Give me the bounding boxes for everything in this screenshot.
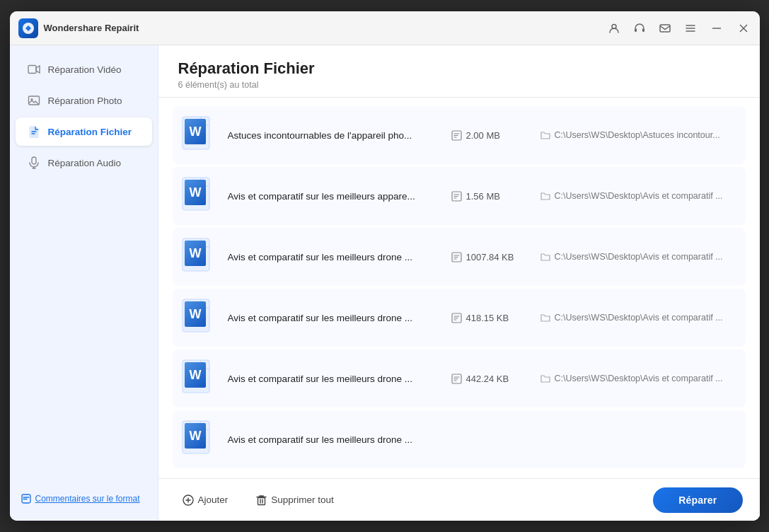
user-icon[interactable]: [607, 21, 621, 35]
folder-icon: [540, 191, 550, 201]
file-row[interactable]: W Avis et comparatif sur les meilleurs d…: [173, 228, 746, 286]
logo-icon: [18, 18, 38, 38]
file-doc-icon: W: [180, 419, 216, 460]
sidebar-item-video-label: Réparation Vidéo: [48, 64, 122, 75]
mail-icon[interactable]: [658, 21, 672, 35]
format-feedback-label: Commentaires sur le format: [35, 494, 140, 504]
file-doc-icon: W: [180, 358, 216, 399]
size-icon: [451, 252, 462, 262]
file-name: Avis et comparatif sur les meilleurs dro…: [228, 252, 440, 262]
bottom-bar: Ajouter Supprimer tout Réparer: [158, 478, 760, 521]
delete-all-button[interactable]: Supprimer tout: [249, 490, 341, 510]
file-size: 1007.84 KB: [451, 252, 529, 262]
svg-text:W: W: [189, 125, 201, 139]
svg-text:W: W: [189, 246, 201, 260]
main-area: Réparation Vidéo Réparation Photo Répara…: [10, 45, 760, 521]
sidebar-item-audio[interactable]: Réparation Audio: [16, 149, 152, 177]
folder-icon: [540, 313, 550, 323]
folder-icon: [540, 252, 550, 262]
file-doc-icon: W: [180, 175, 216, 216]
file-doc-icon: W: [180, 236, 216, 277]
file-path: C:\Users\WS\Desktop\Avis et comparatif .…: [540, 313, 739, 323]
file-name: Avis et comparatif sur les meilleurs dro…: [228, 434, 649, 445]
svg-rect-8: [32, 157, 36, 164]
file-row[interactable]: W Astuces incontournables de l'appareil …: [173, 106, 746, 164]
file-row[interactable]: W Avis et comparatif sur les meilleurs d…: [173, 289, 746, 347]
size-icon: [451, 313, 462, 323]
svg-text:W: W: [189, 368, 201, 382]
delete-label: Supprimer tout: [271, 495, 334, 505]
headset-icon[interactable]: [632, 21, 647, 35]
sidebar-item-fichier-label: Réparation Fichier: [48, 127, 132, 137]
app-name: Wondershare Repairit: [44, 23, 139, 33]
file-name: Avis et comparatif sur les meilleurs dro…: [228, 313, 440, 323]
svg-rect-3: [642, 28, 644, 32]
folder-icon: [540, 374, 550, 383]
file-path: C:\Users\WS\Desktop\Avis et comparatif .…: [540, 252, 739, 262]
file-size: 2.00 MB: [451, 130, 529, 141]
title-bar-actions: [607, 21, 751, 36]
size-icon: [451, 130, 462, 141]
size-icon: [451, 191, 462, 202]
content-header: Réparation Fichier 6 élément(s) au total: [158, 45, 760, 97]
folder-icon: [540, 130, 550, 140]
file-row[interactable]: W Avis et comparatif sur les meilleurs a…: [173, 167, 746, 225]
repair-button[interactable]: Réparer: [653, 487, 742, 513]
format-feedback-link[interactable]: Commentaires sur le format: [21, 494, 146, 504]
file-row[interactable]: W Avis et comparatif sur les meilleurs d…: [173, 349, 746, 407]
svg-text:W: W: [189, 429, 201, 443]
fichier-icon: [27, 125, 41, 139]
app-logo: Wondershare Repairit: [18, 18, 139, 38]
file-path: C:\Users\WS\Desktop\Astuces incontour...: [540, 130, 739, 140]
bottom-actions: Ajouter Supprimer tout: [175, 490, 341, 510]
sidebar-item-video[interactable]: Réparation Vidéo: [16, 55, 152, 83]
sidebar-item-fichier[interactable]: Réparation Fichier: [16, 117, 152, 146]
title-bar: Wondershare Repairit: [10, 11, 760, 45]
svg-rect-34: [258, 497, 265, 504]
size-icon: [451, 374, 462, 384]
file-doc-icon: W: [180, 297, 216, 338]
minimize-button[interactable]: [709, 21, 724, 36]
file-name: Avis et comparatif sur les meilleurs app…: [228, 191, 440, 202]
svg-rect-5: [28, 66, 36, 74]
add-button[interactable]: Ajouter: [175, 490, 236, 510]
sidebar: Réparation Vidéo Réparation Photo Répara…: [10, 45, 158, 521]
audio-icon: [27, 156, 41, 170]
svg-rect-4: [660, 25, 670, 32]
sidebar-footer: Commentaires sur le format: [10, 485, 158, 512]
svg-text:W: W: [189, 185, 201, 200]
file-count: 6 élément(s) au total: [178, 80, 740, 90]
page-title: Réparation Fichier: [178, 59, 740, 78]
file-size: 418.15 KB: [451, 313, 529, 323]
file-doc-icon: W: [180, 115, 216, 156]
svg-text:W: W: [189, 307, 201, 321]
sidebar-item-photo[interactable]: Réparation Photo: [16, 86, 152, 115]
add-label: Ajouter: [198, 495, 229, 505]
file-name: Astuces incontournables de l'appareil ph…: [228, 130, 440, 141]
menu-icon[interactable]: [683, 21, 698, 35]
file-list: W Astuces incontournables de l'appareil …: [158, 98, 760, 478]
content-area: Réparation Fichier 6 élément(s) au total…: [158, 45, 760, 521]
file-path: C:\Users\WS\Desktop\Avis et comparatif .…: [540, 191, 739, 201]
photo-icon: [27, 93, 41, 108]
video-icon: [27, 62, 41, 76]
file-row[interactable]: W Avis et comparatif sur les meilleurs d…: [173, 410, 746, 468]
sidebar-item-audio-label: Réparation Audio: [48, 158, 122, 168]
file-name: Avis et comparatif sur les meilleurs dro…: [228, 374, 440, 384]
file-path: C:\Users\WS\Desktop\Avis et comparatif .…: [540, 374, 739, 383]
file-size: 442.24 KB: [451, 374, 529, 384]
app-window: Wondershare Repairit: [10, 11, 760, 521]
file-size: 1.56 MB: [451, 191, 529, 202]
close-button[interactable]: [736, 21, 751, 36]
sidebar-item-photo-label: Réparation Photo: [48, 96, 122, 106]
svg-rect-2: [635, 28, 637, 32]
